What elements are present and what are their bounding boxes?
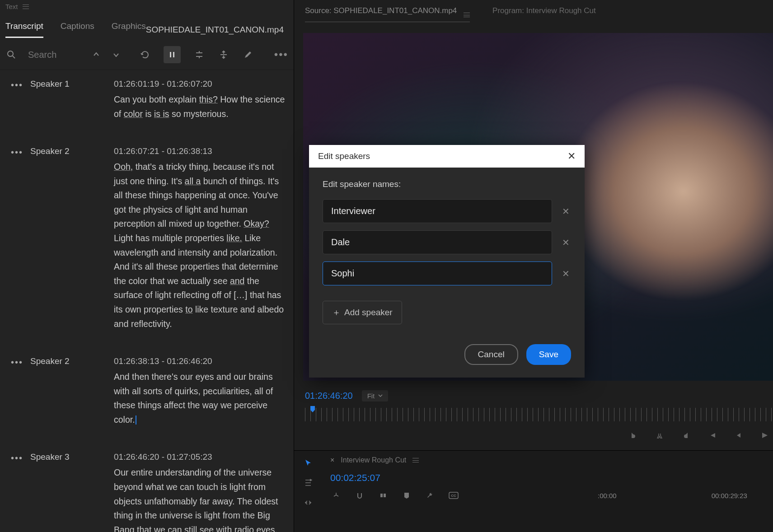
- wrench-icon[interactable]: [424, 490, 436, 501]
- segment-text[interactable]: And then there's our eyes and our brains…: [114, 370, 286, 427]
- ruler-label: 00:00:29:23: [712, 492, 747, 499]
- magnet-icon[interactable]: [354, 490, 365, 501]
- monitor-ruler[interactable]: [305, 408, 773, 421]
- go-to-in-icon[interactable]: [706, 429, 718, 441]
- clip-filename: SOPHIEDALE_INT01_CANON.mp4: [146, 25, 288, 35]
- track-select-icon[interactable]: [302, 477, 314, 489]
- mark-clip-icon[interactable]: [680, 429, 692, 441]
- timeline-timecode[interactable]: 00:02:25:07: [330, 472, 773, 483]
- transcript-segment[interactable]: •••Speaker 301:26:46:20 - 01:27:05:23Our…: [11, 452, 286, 532]
- pause-segments-icon[interactable]: [164, 46, 181, 63]
- search-icon[interactable]: [5, 49, 17, 61]
- transcript-segment[interactable]: •••Speaker 201:26:07:21 - 01:26:38:13Ooh…: [11, 146, 286, 331]
- snap-icon[interactable]: [330, 490, 342, 501]
- linked-selection-icon[interactable]: [377, 490, 389, 501]
- merge-down-icon[interactable]: [218, 49, 230, 61]
- add-speaker-button[interactable]: ＋ Add speaker: [323, 301, 402, 324]
- segment-menu-icon[interactable]: •••: [11, 357, 23, 368]
- save-button[interactable]: Save: [526, 344, 571, 365]
- mark-out-icon[interactable]: [654, 429, 665, 441]
- dialog-label: Edit speaker names:: [323, 179, 571, 189]
- merge-up-icon[interactable]: [193, 49, 205, 61]
- zoom-fit-select[interactable]: Fit: [362, 390, 389, 401]
- timeline-tabs: × Interview Rough Cut: [330, 456, 773, 472]
- segment-text[interactable]: Our entire understanding of the universe…: [114, 466, 286, 532]
- remove-speaker-icon[interactable]: ✕: [560, 268, 571, 279]
- remove-speaker-icon[interactable]: ✕: [560, 237, 571, 248]
- mark-in-icon[interactable]: [628, 429, 639, 441]
- segment-menu-icon[interactable]: •••: [11, 147, 23, 158]
- segment-text[interactable]: Can you both explain this? How the scien…: [114, 93, 286, 121]
- speaker-label[interactable]: Speaker 3: [30, 452, 70, 462]
- sequence-name[interactable]: Interview Rough Cut: [341, 456, 406, 464]
- speaker-label[interactable]: Speaker 2: [30, 146, 70, 156]
- segment-timecode: 01:26:07:21 - 01:26:38:13: [114, 146, 286, 156]
- segment-menu-icon[interactable]: •••: [11, 80, 23, 90]
- play-icon[interactable]: [759, 429, 770, 441]
- segment-timecode: 01:26:38:13 - 01:26:46:20: [114, 356, 286, 366]
- speaker-label[interactable]: Speaker 1: [30, 79, 70, 89]
- svg-rect-2: [170, 52, 171, 57]
- transport-controls: [305, 425, 773, 446]
- segment-timecode: 01:26:46:20 - 01:27:05:23: [114, 452, 286, 462]
- next-result-icon[interactable]: [110, 49, 122, 61]
- timeline-panel: × Interview Rough Cut 00:02:25:07 CC :00…: [294, 450, 773, 532]
- search-input[interactable]: [28, 50, 82, 60]
- speaker-name-input[interactable]: [323, 199, 552, 223]
- svg-rect-11: [384, 494, 386, 497]
- cc-icon[interactable]: CC: [448, 490, 459, 501]
- transcript-segment[interactable]: •••Speaker 201:26:38:13 - 01:26:46:20And…: [11, 356, 286, 427]
- svg-line-1: [13, 56, 15, 58]
- tab-graphics[interactable]: Graphics: [112, 21, 146, 38]
- edit-speakers-dialog: Edit speakers ✕ Edit speaker names: ✕ ✕ …: [309, 145, 585, 378]
- step-back-icon[interactable]: [732, 429, 744, 441]
- timeline-tools: [294, 451, 322, 532]
- remove-speaker-icon[interactable]: ✕: [560, 206, 571, 217]
- transcript-list[interactable]: •••Speaker 101:26:01:19 - 01:26:07:20Can…: [0, 70, 294, 532]
- svg-rect-3: [173, 52, 174, 57]
- plus-icon: ＋: [332, 307, 341, 318]
- timeline-menu-icon[interactable]: [412, 458, 419, 462]
- source-monitor-tab[interactable]: Source: SOPHIEDALE_INT01_CANON.mp4: [305, 6, 470, 22]
- panel-menu-icon[interactable]: [23, 5, 29, 9]
- ripple-tool-icon[interactable]: [302, 497, 314, 509]
- source-menu-icon[interactable]: [464, 13, 470, 17]
- tab-captions[interactable]: Captions: [61, 21, 94, 38]
- svg-rect-10: [380, 494, 383, 497]
- speaker-label[interactable]: Speaker 2: [30, 356, 70, 366]
- speaker-name-input[interactable]: [323, 230, 552, 254]
- svg-text:CC: CC: [451, 494, 456, 498]
- cancel-button[interactable]: Cancel: [464, 344, 518, 365]
- segment-timecode: 01:26:01:19 - 01:26:07:20: [114, 79, 286, 89]
- panel-title: Text: [5, 3, 18, 10]
- speaker-name-input[interactable]: [323, 261, 552, 285]
- monitor-controls: 01:26:46:20 Fit: [294, 381, 773, 450]
- selection-tool-icon[interactable]: [302, 457, 314, 469]
- text-panel-tabs: Transcript Captions Graphics: [5, 21, 146, 38]
- more-options-icon[interactable]: •••: [274, 48, 288, 61]
- segment-text[interactable]: Ooh, that's a tricky thing, because it's…: [114, 160, 286, 331]
- refresh-icon[interactable]: [139, 49, 151, 61]
- panel-title-bar: Text: [0, 0, 294, 12]
- program-monitor-tab[interactable]: Program: Interview Rough Cut: [492, 6, 596, 22]
- transcript-toolbar: •••: [0, 38, 294, 70]
- close-sequence-icon[interactable]: ×: [330, 456, 334, 464]
- segment-menu-icon[interactable]: •••: [11, 453, 23, 463]
- ruler-label: :00:00: [598, 492, 617, 499]
- prev-result-icon[interactable]: [90, 49, 102, 61]
- close-icon[interactable]: ✕: [567, 150, 576, 162]
- edit-pencil-icon[interactable]: [242, 49, 254, 61]
- timeline-toolbar: CC :00:00 00:00:29:23 00:00:59:22: [330, 490, 773, 501]
- svg-point-0: [8, 51, 13, 56]
- speaker-rows: ✕ ✕ ✕: [323, 199, 571, 285]
- text-panel: Text Transcript Captions Graphics SOPHIE…: [0, 0, 294, 532]
- dialog-title: Edit speakers: [318, 151, 370, 161]
- marker-icon[interactable]: [401, 490, 412, 501]
- monitor-timecode[interactable]: 01:26:46:20: [305, 391, 353, 401]
- tab-transcript[interactable]: Transcript: [5, 21, 43, 38]
- transcript-segment[interactable]: •••Speaker 101:26:01:19 - 01:26:07:20Can…: [11, 79, 286, 121]
